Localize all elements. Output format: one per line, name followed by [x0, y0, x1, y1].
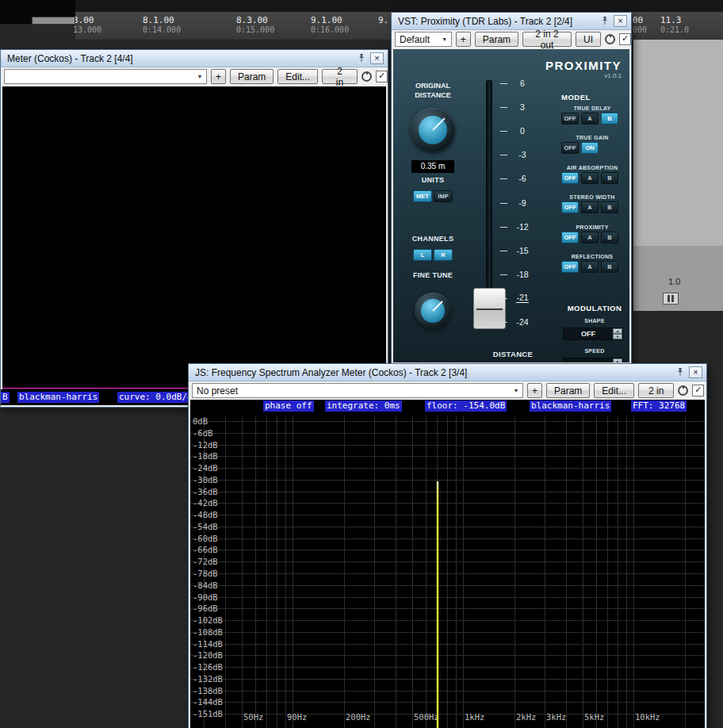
meter-setting[interactable]: B [1, 392, 10, 403]
model-section: PROXIMITYOFFAB [558, 224, 629, 254]
pin-icon[interactable] [357, 53, 367, 63]
model-section-buttons: OFFON [561, 142, 629, 154]
fine-tune-label: FINE TUNE [401, 271, 465, 279]
param-button[interactable]: Param [546, 383, 590, 398]
edit-button[interactable]: Edit... [277, 69, 318, 84]
freq-scale-label: 200Hz [346, 712, 371, 722]
analyzer-setting[interactable]: FFT: 32768 [631, 400, 687, 412]
io-button[interactable]: 2 in [638, 383, 674, 398]
analyzer-setting[interactable]: phase off [263, 400, 314, 412]
fader-tick-icon [500, 155, 507, 155]
wet-knob-icon[interactable] [362, 71, 372, 82]
v-gridline [456, 416, 457, 728]
original-distance-label: ORIGINAL DISTANCE [401, 81, 465, 100]
model-air-absorption-a-button[interactable]: A [581, 172, 599, 184]
check-icon: ✓ [622, 34, 629, 43]
model-reflections-off-button[interactable]: OFF [561, 261, 579, 273]
wet-knob-icon[interactable] [605, 34, 615, 44]
add-preset-button[interactable]: + [211, 69, 226, 84]
channel-right-button[interactable]: R [434, 249, 453, 261]
model-section: TRUE DELAYOFFAB [558, 105, 629, 135]
fx-enabled-checkbox[interactable]: ✓ [376, 71, 388, 82]
model-proximity-off-button[interactable]: OFF [561, 232, 579, 243]
model-proximity-a-button[interactable]: A [581, 232, 599, 243]
model-reflections-b-button[interactable]: B [601, 261, 618, 273]
distance-fader-handle[interactable] [473, 288, 506, 329]
model-air-absorption-off-button[interactable]: OFF [561, 172, 579, 184]
track-mini-fader[interactable] [663, 293, 679, 305]
fader-tick-icon [500, 178, 507, 179]
units-imp-button[interactable]: IMP [434, 190, 453, 202]
close-button[interactable]: × [370, 52, 384, 64]
horizontal-scrollbar-thumb[interactable] [32, 17, 75, 25]
model-section-label: PROXIMITY [561, 224, 623, 230]
db-scale-label: -18dB [193, 451, 218, 461]
fx-enabled-checkbox[interactable]: ✓ [619, 33, 631, 45]
spinner-down-icon[interactable]: ▼ [613, 334, 622, 339]
db-scale-label: -54dB [193, 522, 218, 531]
edit-button[interactable]: Edit... [594, 383, 634, 398]
param-button[interactable]: Param [475, 32, 518, 47]
param-button[interactable]: Param [230, 69, 274, 84]
io-button[interactable]: 2 in [322, 69, 358, 84]
fader-scale-mark: -24 [509, 310, 536, 334]
spectrum-peak [437, 481, 438, 728]
model-true-gain-on-button[interactable]: ON [581, 142, 599, 154]
original-distance-knob[interactable] [411, 108, 455, 152]
model-stereo-width-b-button[interactable]: B [601, 201, 618, 213]
db-scale-label: -6dB [193, 428, 212, 438]
analyzer-setting[interactable]: blackman-harris [530, 400, 611, 412]
freq-scale-label: 10kHz [635, 712, 660, 722]
model-section: STEREO WIDTHOFFAB [558, 194, 629, 224]
model-true-delay-b-button[interactable]: B [601, 113, 618, 125]
distance-value[interactable]: 0.35 m [411, 160, 454, 173]
io-button[interactable]: 2 in 2 out [522, 32, 572, 47]
preset-dropdown[interactable]: No preset ▼ [192, 383, 523, 398]
preset-dropdown[interactable]: ▼ [4, 69, 207, 84]
pin-icon[interactable] [600, 16, 610, 26]
fader-scale-value: -24 [516, 317, 528, 327]
fx-enabled-checkbox[interactable]: ✓ [692, 385, 704, 397]
spinner-up-icon[interactable]: ▲ [613, 358, 622, 362]
analyzer-setting[interactable]: floor: -154.0dB [425, 400, 507, 412]
close-button[interactable]: × [689, 366, 702, 378]
model-true-delay-off-button[interactable]: OFF [561, 113, 579, 125]
model-true-delay-a-button[interactable]: A [581, 113, 599, 125]
ui-button[interactable]: UI [576, 32, 601, 47]
model-section-label: TRUE DELAY [561, 105, 623, 111]
pin-icon[interactable] [675, 367, 686, 377]
fader-scale-mark: -18 [509, 262, 536, 286]
wet-knob-icon[interactable] [678, 385, 688, 396]
fader-scale-value: 3 [520, 102, 525, 112]
freq-scale-label: 3kHz [546, 712, 566, 722]
units-met-button[interactable]: MET [413, 190, 432, 202]
spectrum-titlebar[interactable]: JS: Frequency Spectrum Analyzer Meter (C… [189, 364, 706, 381]
meter-setting[interactable]: blackman-harris [17, 392, 99, 403]
model-true-gain-off-button[interactable]: OFF [561, 142, 579, 154]
meter-titlebar[interactable]: Meter (Cockos) - Track 2 [4/4] × [1, 50, 388, 67]
add-preset-button[interactable]: + [527, 383, 542, 398]
close-button[interactable]: × [614, 15, 627, 27]
proximity-titlebar[interactable]: VST: Proximity (TDR Labs) - Track 2 [2/4… [392, 13, 631, 30]
freq-scale-label: 1kHz [465, 712, 484, 722]
add-preset-button[interactable]: + [456, 32, 471, 47]
channel-left-button[interactable]: L [413, 249, 432, 261]
analyzer-setting[interactable]: integrate: 0ms [325, 400, 402, 412]
fader-scale-value: -3 [518, 150, 526, 159]
model-proximity-b-button[interactable]: B [601, 232, 618, 243]
speed-value [564, 358, 613, 362]
db-scale-label: -108dB [193, 627, 223, 637]
model-air-absorption-b-button[interactable]: B [601, 172, 618, 184]
model-reflections-a-button[interactable]: A [581, 261, 599, 273]
model-label: MODEL [561, 93, 629, 102]
fine-tune-knob[interactable] [415, 293, 451, 329]
spinner-up-icon[interactable]: ▲ [613, 328, 622, 334]
speed-dropdown[interactable]: ▲ ▼ [563, 358, 623, 362]
model-stereo-width-off-button[interactable]: OFF [561, 201, 579, 213]
preset-dropdown[interactable]: Default ▼ [395, 32, 452, 47]
close-icon: × [618, 17, 622, 25]
v-gridline [583, 416, 583, 728]
db-scale-label: -48dB [193, 510, 218, 519]
model-stereo-width-a-button[interactable]: A [581, 201, 599, 213]
shape-dropdown[interactable]: OFF ▲ ▼ [563, 328, 623, 340]
